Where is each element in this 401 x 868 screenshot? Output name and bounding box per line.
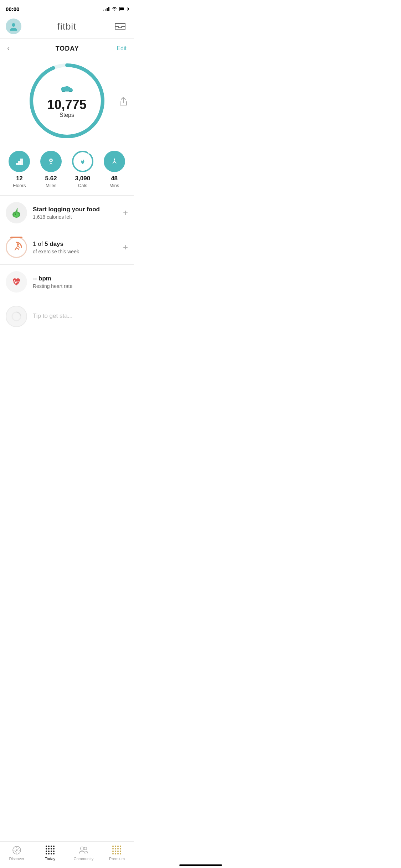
partial-content: Tip to get sta... xyxy=(33,312,128,321)
exercise-content: 1 of 5 days of exercise this week xyxy=(33,241,117,254)
avatar[interactable] xyxy=(6,19,21,34)
miles-icon xyxy=(40,151,62,172)
share-button[interactable] xyxy=(119,97,128,109)
status-bar: 00:00 xyxy=(0,0,134,16)
app-title: fitbit xyxy=(57,21,77,32)
floors-value: 12 xyxy=(16,175,23,182)
stat-miles[interactable]: 5.62 Miles xyxy=(40,151,62,188)
page-title: TODAY xyxy=(56,45,79,52)
svg-point-4 xyxy=(69,91,72,92)
exercise-add-button[interactable]: + xyxy=(123,242,128,252)
exercise-item[interactable]: 1 of 5 days of exercise this week + xyxy=(0,230,134,265)
food-add-button[interactable]: + xyxy=(123,208,128,218)
steps-section: 10,775 Steps xyxy=(0,58,134,147)
svg-point-3 xyxy=(62,91,65,92)
steps-circle: 10,775 Steps xyxy=(28,62,106,140)
partial-title: Tip to get sta... xyxy=(33,312,128,320)
exercise-title: 1 of 5 days xyxy=(33,241,117,248)
food-item[interactable]: Start logging your food 1,618 calories l… xyxy=(0,196,134,230)
miles-value: 5.62 xyxy=(45,175,57,182)
cals-value: 3,090 xyxy=(75,175,91,182)
svg-rect-7 xyxy=(20,159,23,165)
svg-point-12 xyxy=(15,213,16,215)
stat-floors[interactable]: 12 Floors xyxy=(9,151,30,188)
food-title: Start logging your food xyxy=(33,206,117,213)
steps-content: 10,775 Steps xyxy=(47,84,86,118)
stat-cals[interactable]: 3,090 Cals xyxy=(72,151,93,188)
mins-icon xyxy=(104,151,125,172)
back-button[interactable]: ‹ xyxy=(7,44,18,53)
miles-unit: Miles xyxy=(46,183,56,188)
heart-rate-item[interactable]: -- bpm Resting heart rate xyxy=(0,265,134,299)
signal-icon xyxy=(103,7,109,11)
nav-row: ‹ TODAY Edit xyxy=(0,39,134,58)
inbox-button[interactable] xyxy=(112,19,128,34)
svg-point-9 xyxy=(50,160,52,161)
partial-item[interactable]: Tip to get sta... xyxy=(0,299,134,334)
shoe-icon xyxy=(47,84,86,96)
heart-rate-content: -- bpm Resting heart rate xyxy=(33,275,128,289)
edit-button[interactable]: Edit xyxy=(117,45,127,52)
list-section: Start logging your food 1,618 calories l… xyxy=(0,196,134,334)
food-content: Start logging your food 1,618 calories l… xyxy=(33,206,117,220)
steps-label: Steps xyxy=(47,112,86,118)
svg-point-11 xyxy=(14,212,19,217)
stats-row: 12 Floors 5.62 Miles 3,090 Cals xyxy=(0,147,134,196)
mins-unit: Mins xyxy=(109,183,119,188)
food-icon xyxy=(6,202,27,223)
floors-icon xyxy=(9,151,30,172)
exercise-subtitle: of exercise this week xyxy=(33,249,117,254)
status-icons xyxy=(103,6,128,12)
partial-icon xyxy=(6,306,27,327)
food-subtitle: 1,618 calories left xyxy=(33,214,117,220)
battery-icon xyxy=(119,7,128,11)
cals-icon xyxy=(72,151,93,172)
heart-rate-value: -- bpm xyxy=(33,275,128,282)
app-header: fitbit xyxy=(0,16,134,39)
stat-mins[interactable]: 48 Mins xyxy=(104,151,125,188)
exercise-icon xyxy=(6,237,27,258)
mins-value: 48 xyxy=(111,175,118,182)
cals-unit: Cals xyxy=(78,183,87,188)
steps-count: 10,775 xyxy=(47,98,86,112)
floors-unit: Floors xyxy=(13,183,26,188)
heart-icon xyxy=(6,271,27,293)
wifi-icon xyxy=(112,6,117,12)
svg-point-0 xyxy=(12,23,15,27)
status-time: 00:00 xyxy=(6,6,19,12)
heart-rate-label: Resting heart rate xyxy=(33,283,128,289)
